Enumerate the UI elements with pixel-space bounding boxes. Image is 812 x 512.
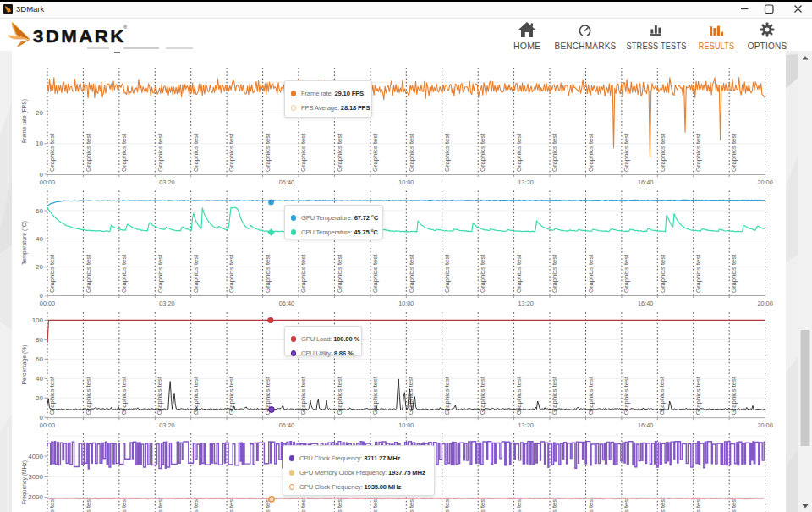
svg-text:Graphics test: Graphics test bbox=[48, 133, 56, 172]
svg-text:Graphics test: Graphics test bbox=[551, 254, 558, 293]
svg-text:3000: 3000 bbox=[28, 473, 43, 481]
svg-text:06:40: 06:40 bbox=[279, 421, 294, 429]
svg-text:Frame rate (FPS): Frame rate (FPS) bbox=[20, 99, 28, 143]
svg-text:Graphics test: Graphics test bbox=[228, 133, 235, 172]
svg-text:Temperature (°C): Temperature (°C) bbox=[20, 221, 28, 265]
svg-text:Graphics test: Graphics test bbox=[623, 133, 630, 172]
svg-text:Graphics test: Graphics test bbox=[694, 133, 702, 172]
svg-text:Graphics test: Graphics test bbox=[192, 133, 200, 172]
svg-text:03:20: 03:20 bbox=[159, 179, 174, 186]
svg-text:06:40: 06:40 bbox=[279, 179, 294, 186]
svg-text:Graphics test: Graphics test bbox=[299, 254, 307, 293]
svg-text:Graphics test: Graphics test bbox=[408, 133, 415, 172]
svg-text:Graphics test: Graphics test bbox=[515, 133, 523, 172]
svg-text:Graphics test: Graphics test bbox=[371, 254, 379, 293]
svg-text:Frequency (MHz): Frequency (MHz) bbox=[20, 460, 28, 504]
svg-text:Percentage (%): Percentage (%) bbox=[20, 344, 28, 384]
svg-text:Graphics test: Graphics test bbox=[694, 254, 702, 293]
svg-text:00:00: 00:00 bbox=[40, 421, 55, 429]
svg-text:Graphics test: Graphics test bbox=[479, 133, 486, 172]
svg-text:Graphics test: Graphics test bbox=[120, 254, 128, 293]
svg-text:Graphics test: Graphics test bbox=[730, 254, 738, 293]
svg-text:Graphics test: Graphics test bbox=[48, 254, 56, 293]
svg-text:06:40: 06:40 bbox=[279, 300, 294, 307]
svg-text:80: 80 bbox=[36, 336, 43, 344]
svg-text:Graphics test: Graphics test bbox=[551, 133, 558, 172]
svg-text:Graphics test: Graphics test bbox=[623, 254, 630, 293]
svg-text:Graphics test: Graphics test bbox=[730, 133, 738, 172]
svg-text:40: 40 bbox=[36, 235, 43, 243]
svg-text:Graphics test: Graphics test bbox=[156, 133, 164, 172]
svg-text:10: 10 bbox=[36, 140, 43, 147]
svg-text:16:40: 16:40 bbox=[638, 179, 653, 186]
svg-text:00:00: 00:00 bbox=[40, 179, 55, 186]
svg-text:03:20: 03:20 bbox=[159, 300, 174, 307]
svg-text:Graphics test: Graphics test bbox=[156, 254, 164, 293]
svg-text:Graphics test: Graphics test bbox=[408, 254, 415, 293]
svg-text:0: 0 bbox=[40, 292, 44, 300]
svg-text:16:40: 16:40 bbox=[638, 300, 653, 307]
svg-text:20: 20 bbox=[36, 109, 43, 117]
svg-text:4000: 4000 bbox=[28, 453, 43, 460]
svg-text:60: 60 bbox=[36, 207, 43, 215]
svg-text:2000: 2000 bbox=[28, 493, 43, 501]
svg-text:Graphics test: Graphics test bbox=[299, 133, 307, 172]
svg-text:Graphics test: Graphics test bbox=[85, 133, 92, 172]
svg-text:13:20: 13:20 bbox=[518, 300, 534, 307]
svg-text:Graphics test: Graphics test bbox=[264, 254, 272, 293]
svg-text:60: 60 bbox=[36, 355, 43, 363]
svg-text:Graphics test: Graphics test bbox=[587, 133, 595, 172]
svg-text:100: 100 bbox=[32, 317, 44, 324]
svg-text:Graphics test: Graphics test bbox=[659, 254, 667, 293]
svg-text:20:00: 20:00 bbox=[757, 179, 772, 186]
svg-text:20:00: 20:00 bbox=[757, 421, 772, 429]
svg-text:00:00: 00:00 bbox=[40, 300, 55, 307]
svg-text:Graphics test: Graphics test bbox=[443, 133, 451, 172]
svg-text:Graphics test: Graphics test bbox=[85, 254, 92, 293]
svg-text:20:00: 20:00 bbox=[757, 300, 772, 307]
svg-text:Graphics test: Graphics test bbox=[228, 254, 235, 293]
svg-text:16:40: 16:40 bbox=[638, 421, 653, 429]
svg-text:10:00: 10:00 bbox=[398, 179, 414, 186]
svg-text:Graphics test: Graphics test bbox=[371, 133, 379, 172]
svg-text:Graphics test: Graphics test bbox=[336, 254, 343, 293]
svg-text:10:00: 10:00 bbox=[398, 300, 414, 307]
svg-text:0: 0 bbox=[40, 171, 44, 179]
svg-text:13:20: 13:20 bbox=[518, 179, 534, 186]
svg-text:03:20: 03:20 bbox=[159, 421, 174, 429]
svg-text:Graphics test: Graphics test bbox=[479, 254, 486, 293]
svg-text:Graphics test: Graphics test bbox=[192, 254, 200, 293]
svg-text:Graphics test: Graphics test bbox=[587, 254, 595, 293]
svg-text:20: 20 bbox=[36, 263, 43, 271]
svg-text:Graphics test: Graphics test bbox=[515, 254, 523, 293]
svg-text:0: 0 bbox=[40, 414, 44, 421]
svg-text:13:20: 13:20 bbox=[518, 421, 534, 429]
svg-text:Graphics test: Graphics test bbox=[336, 133, 343, 172]
svg-text:20: 20 bbox=[36, 394, 43, 402]
svg-text:Graphics test: Graphics test bbox=[443, 254, 451, 293]
svg-text:10:00: 10:00 bbox=[398, 421, 414, 429]
svg-text:Graphics test: Graphics test bbox=[659, 133, 667, 172]
svg-text:Graphics test: Graphics test bbox=[264, 133, 272, 172]
svg-text:Graphics test: Graphics test bbox=[120, 133, 128, 172]
svg-text:40: 40 bbox=[36, 375, 43, 383]
